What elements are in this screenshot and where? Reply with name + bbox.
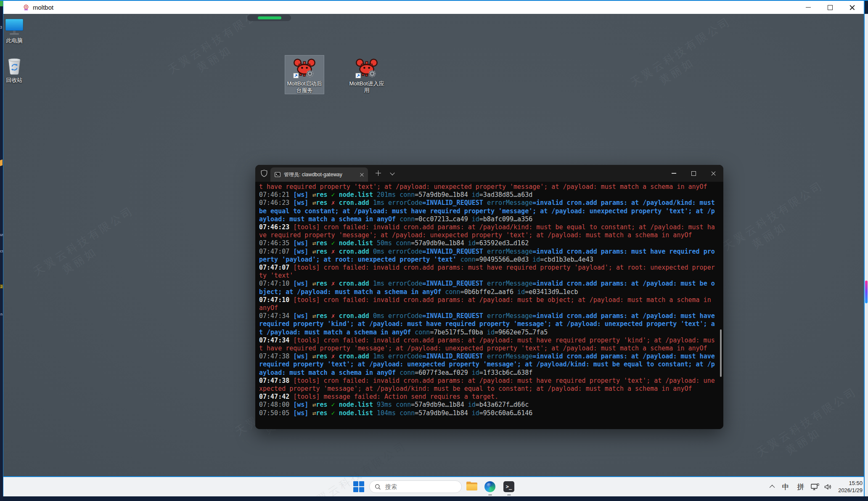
terminal-content[interactable]: t have required property 'text'; at /pay… <box>255 182 723 429</box>
desktop-icon-moltbot-service[interactable]: MoltBot启动后台服务 <box>285 56 324 94</box>
remote-desktop: 天翼云科技有限公司黄丽如 天翼云科技有限公司黄丽如 天翼云科技有限公司黄丽如 天… <box>3 14 864 476</box>
admin-shield-icon <box>260 170 268 177</box>
tray-overflow-button[interactable] <box>767 485 778 489</box>
app-minimize-button[interactable] <box>803 3 813 13</box>
desktop-icon-recycle-bin[interactable]: 回收站 <box>3 56 34 84</box>
clock-time: 15:50 <box>830 480 863 487</box>
network-icon <box>811 483 819 490</box>
watermark: 天翼云科技有限公司黄丽如 <box>165 14 279 89</box>
recycle-bin-icon <box>6 57 23 76</box>
terminal-tab-title: 管理员: clawdbot-gateway <box>284 171 357 178</box>
terminal-window: 管理员: clawdbot-gateway t have required pr… <box>255 165 723 429</box>
background-fragment-text: 3 <box>0 25 2 29</box>
ime-language-button[interactable]: 中 <box>778 482 793 492</box>
network-button[interactable] <box>808 483 822 490</box>
terminal-scrollbar-thumb[interactable] <box>720 329 722 377</box>
close-icon <box>711 171 716 176</box>
new-tab-button[interactable] <box>376 170 381 176</box>
search-icon <box>375 484 381 490</box>
terminal-titlebar[interactable]: 管理员: clawdbot-gateway <box>255 165 723 182</box>
taskbar-search[interactable] <box>369 480 462 493</box>
taskbar: 天翼云科技有限公司 >_ 中 <box>3 476 864 496</box>
chevron-up-icon <box>769 485 775 490</box>
minimize-icon <box>806 7 811 8</box>
screen: 3 us cs 24 n moltbot 天翼云科技有限公司黄丽如 天翼云科技有… <box>0 0 868 501</box>
ime-mode-button[interactable]: 拼 <box>793 482 808 492</box>
clock-date: 2026/1/29 <box>830 487 863 494</box>
watermark: 天翼云科技有限公司黄丽如 <box>754 384 864 472</box>
app-title: moltbot <box>33 4 53 11</box>
background-fragment-text: n <box>0 312 3 316</box>
terminal-log: t have required property 'text'; at /pay… <box>259 183 715 417</box>
console-icon <box>275 172 281 177</box>
desktop-icon-label: MoltBot进入应用 <box>349 80 384 94</box>
file-explorer-button[interactable] <box>466 481 478 493</box>
app-titlebar: moltbot <box>3 1 864 14</box>
moltbot-crab-gear-icon <box>355 57 378 79</box>
desktop-icon-this-pc[interactable]: 此电脑 <box>3 16 34 44</box>
desktop-icon-label: 回收站 <box>6 77 23 84</box>
window-right-border <box>864 0 865 496</box>
desktop-icon-moltbot-app[interactable]: MoltBot进入应用 <box>347 56 386 94</box>
edge-browser-button[interactable] <box>484 481 496 493</box>
tray-clock[interactable]: 15:50 2026/1/29 <box>830 480 863 494</box>
moltbot-crab-gear-icon <box>293 57 316 79</box>
this-pc-icon <box>4 18 24 36</box>
edge-running-indicator <box>488 494 492 496</box>
terminal-minimize-button[interactable] <box>664 165 684 182</box>
maximize-icon <box>691 171 696 176</box>
watermark: 天翼云科技有限公司黄丽如 <box>627 14 741 101</box>
watermark: 天翼云科技有限公司黄丽如 <box>720 178 834 266</box>
terminal-maximize-button[interactable] <box>684 165 704 182</box>
terminal-close-button[interactable] <box>704 165 723 182</box>
watermark: 天翼云科技有限公司黄丽如 <box>30 203 144 291</box>
edge-icon <box>484 481 495 492</box>
desktop-icon-label: 此电脑 <box>6 37 23 44</box>
app-maximize-button[interactable] <box>825 3 835 13</box>
windows-logo-icon <box>353 481 358 486</box>
desktop-icon-label: MoltBot启动后台服务 <box>287 80 322 94</box>
minimize-icon <box>672 173 676 173</box>
maximize-icon <box>828 5 833 10</box>
app-close-button[interactable] <box>847 3 857 13</box>
edge-scrollbar-track[interactable] <box>865 14 868 496</box>
background-fragment <box>0 0 3 6</box>
terminal-taskbar-button[interactable]: >_ <box>503 481 515 493</box>
windows-logo-icon <box>359 481 364 486</box>
terminal-tab[interactable]: 管理员: clawdbot-gateway <box>270 167 368 182</box>
tab-close-icon[interactable] <box>360 173 364 177</box>
tab-dropdown-chevron-icon[interactable] <box>390 170 394 175</box>
windows-logo-icon <box>359 487 364 492</box>
windows-logo-icon <box>353 487 358 492</box>
start-button[interactable] <box>353 481 364 492</box>
moltbot-app-icon <box>23 4 29 11</box>
background-fragment <box>0 159 3 166</box>
search-input[interactable] <box>384 483 449 490</box>
terminal-icon: >_ <box>503 481 514 492</box>
connection-status-bar <box>258 16 281 19</box>
terminal-running-indicator <box>507 494 511 496</box>
close-icon <box>849 5 855 10</box>
connection-status-pill[interactable] <box>247 15 291 21</box>
window-top-border <box>0 0 868 1</box>
edge-scrollbar-thumb[interactable] <box>865 281 868 303</box>
